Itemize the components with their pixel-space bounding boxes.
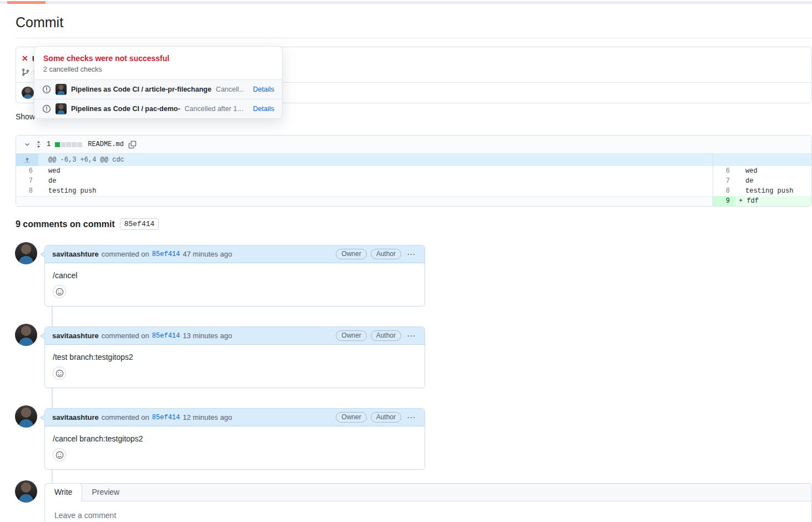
author-badge: Author xyxy=(371,330,401,341)
diff-line-row: 6 wed 6 wed xyxy=(16,166,811,176)
page-loading-bar xyxy=(0,1,812,4)
check-details-link[interactable]: Details xyxy=(253,105,274,113)
owner-badge: Owner xyxy=(336,412,366,423)
author-badge: Author xyxy=(371,412,401,423)
line-code-added: + fdf xyxy=(735,196,811,206)
add-reaction-button[interactable] xyxy=(53,285,66,298)
add-reaction-button[interactable] xyxy=(53,448,66,461)
comment-form-tabs: Write Preview xyxy=(45,484,811,501)
diff-hunk-row: @@ -6,3 +6,4 @@ cdc xyxy=(16,154,811,166)
add-reaction-button[interactable] xyxy=(53,367,66,380)
line-code: testing push xyxy=(38,186,713,196)
line-code: testing push xyxy=(735,186,811,196)
copy-icon[interactable] xyxy=(128,140,137,149)
commit-comment: savitaashture commented on 85ef414 13 mi… xyxy=(16,327,812,388)
line-number[interactable]: 7 xyxy=(713,176,735,186)
comment-action-text: commented on xyxy=(102,332,149,340)
page-loading-progress xyxy=(7,1,46,4)
avatar[interactable] xyxy=(15,480,37,503)
commit-comment: savitaashture commented on 85ef414 12 mi… xyxy=(16,408,812,470)
line-number[interactable]: 6 xyxy=(713,166,735,176)
comment-body-text: /cancel xyxy=(53,271,417,280)
divider xyxy=(16,38,812,38)
checks-popover-subtitle: 2 cancelled checks xyxy=(43,66,273,73)
diff-line-row: 8 testing push 8 testing push xyxy=(16,186,811,196)
check-cancelled-icon xyxy=(42,104,51,113)
file-name[interactable]: README.md xyxy=(88,140,124,148)
check-name: Pipelines as Code CI / pac-demo- xyxy=(71,105,180,113)
comment-sha-link[interactable]: 85ef414 xyxy=(152,250,180,258)
check-app-avatar xyxy=(56,84,67,95)
file-diff: 1 README.md @@ -6,3 +6,4 @@ cdc 6 xyxy=(16,135,812,207)
check-cancelled-icon xyxy=(42,85,51,94)
check-status: Cancell… xyxy=(216,86,244,93)
avatar[interactable] xyxy=(15,405,37,428)
line-code: wed xyxy=(38,166,713,176)
comment-header: savitaashture commented on 85ef414 47 mi… xyxy=(45,245,425,263)
line-number[interactable]: 6 xyxy=(16,166,38,176)
check-status: Cancelled after 1… xyxy=(185,105,244,113)
comment-header: savitaashture commented on 85ef414 13 mi… xyxy=(45,327,425,345)
comment-author[interactable]: savitaashture xyxy=(52,413,99,421)
line-code: wed xyxy=(735,166,811,176)
line-code: de xyxy=(735,176,811,186)
empty-cell xyxy=(16,196,38,206)
avatar[interactable] xyxy=(15,242,37,264)
diffstat xyxy=(55,142,82,147)
comment-sha-link[interactable]: 85ef414 xyxy=(152,414,180,421)
check-app-avatar xyxy=(56,103,67,114)
diff-line-row: 9 + fdf xyxy=(16,196,811,206)
new-comment-form: Write Preview Leave a comment xyxy=(44,483,812,522)
comment-header: savitaashture commented on 85ef414 12 mi… xyxy=(45,409,425,426)
comment-timestamp[interactable]: 47 minutes ago xyxy=(183,250,232,258)
empty-cell xyxy=(38,196,713,206)
check-name: Pipelines as Code CI / article-pr-filech… xyxy=(71,86,211,93)
smiley-icon xyxy=(56,451,64,459)
comment-timestamp[interactable]: 12 minutes ago xyxy=(183,413,232,421)
commit-sha-badge[interactable]: 85ef414 xyxy=(120,218,159,230)
author-badge: Author xyxy=(371,249,401,259)
comment-timeline: savitaashture commented on 85ef414 47 mi… xyxy=(16,245,812,522)
smiley-icon xyxy=(56,288,64,296)
kebab-menu-icon[interactable]: ⋯ xyxy=(405,333,417,339)
smiley-icon xyxy=(56,369,64,378)
chevron-down-icon[interactable] xyxy=(24,141,31,148)
commit-comment: savitaashture commented on 85ef414 47 mi… xyxy=(16,245,812,307)
line-number[interactable]: 7 xyxy=(16,176,38,186)
new-comment-row: Write Preview Leave a comment xyxy=(16,483,812,522)
kebab-menu-icon[interactable]: ⋯ xyxy=(405,252,417,257)
line-number[interactable]: 8 xyxy=(16,186,38,196)
comment-action-text: commented on xyxy=(102,413,149,421)
check-details-link[interactable]: Details xyxy=(253,86,274,93)
comment-action-text: commented on xyxy=(102,250,149,258)
owner-badge: Owner xyxy=(336,330,366,341)
check-row: Pipelines as Code CI / pac-demo- Cancell… xyxy=(34,99,282,118)
tab-write[interactable]: Write xyxy=(44,483,82,501)
kebab-menu-icon[interactable]: ⋯ xyxy=(405,415,417,420)
check-failed-icon[interactable]: ✕ xyxy=(22,54,28,63)
check-row: Pipelines as Code CI / article-pr-filech… xyxy=(34,79,282,99)
file-changes-count: 1 xyxy=(47,140,51,148)
unfold-icon[interactable] xyxy=(35,140,42,148)
page-title: Commit xyxy=(16,14,812,31)
git-branch-icon xyxy=(22,68,29,76)
diff-line-row: 7 de 7 de xyxy=(16,176,811,186)
comment-author[interactable]: savitaashture xyxy=(52,332,99,340)
comment-body-text: /cancel branch:testgitops2 xyxy=(53,434,417,443)
checks-popover-title: Some checks were not successful xyxy=(43,54,273,63)
comments-count-heading: 9 comments on commit xyxy=(16,219,115,229)
commit-author-avatar[interactable] xyxy=(22,87,34,99)
comment-sha-link[interactable]: 85ef414 xyxy=(152,332,180,340)
comment-body-text: /test branch:testgitops2 xyxy=(53,353,417,362)
comment-author[interactable]: savitaashture xyxy=(52,250,99,258)
tab-preview[interactable]: Preview xyxy=(82,484,129,501)
line-code: de xyxy=(38,176,713,186)
line-number[interactable]: 9 xyxy=(713,196,735,206)
comment-textarea[interactable]: Leave a comment xyxy=(49,506,807,522)
checks-status-popover: Some checks were not successful 2 cancel… xyxy=(34,46,283,119)
line-number[interactable]: 8 xyxy=(713,186,735,196)
comment-timestamp[interactable]: 13 minutes ago xyxy=(183,332,232,340)
hunk-header-text: @@ -6,3 +6,4 @@ cdc xyxy=(38,154,713,166)
avatar[interactable] xyxy=(15,324,37,346)
expand-up-icon[interactable] xyxy=(16,154,38,166)
